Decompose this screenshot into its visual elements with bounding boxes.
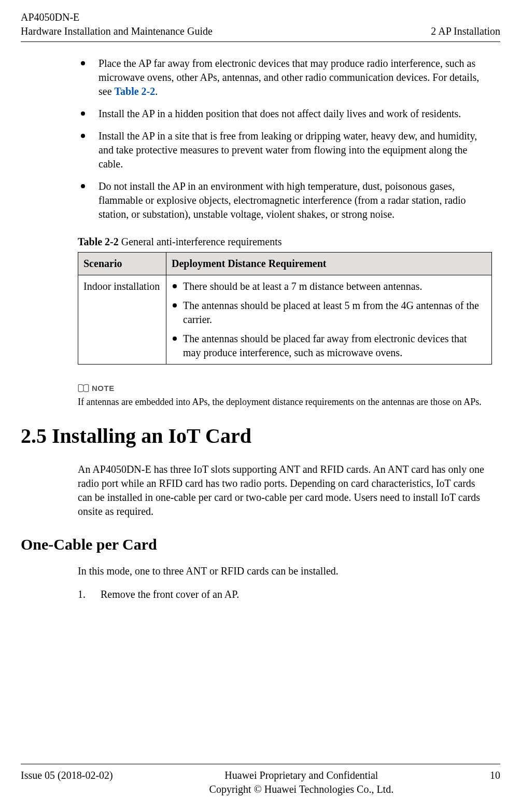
subheading-one-cable: One-Cable per Card <box>21 534 492 555</box>
step-item: Remove the front cover of an AP. <box>78 587 492 601</box>
chapter-label: 2 AP Installation <box>431 24 500 38</box>
product-name: AP4050DN-E <box>21 10 213 24</box>
bullet-text: Install the AP in a hidden position that… <box>98 108 461 119</box>
table-reference-link[interactable]: Table 2-2 <box>115 86 156 97</box>
anti-interference-table: Scenario Deployment Distance Requirement… <box>78 252 492 365</box>
section-heading-2-5: 2.5 Installing an IoT Card <box>21 422 492 450</box>
footer-page-number: 10 <box>490 768 500 782</box>
table-caption: Table 2-2 General anti-interference requ… <box>78 235 492 249</box>
list-item: Place the AP far away from electronic de… <box>78 57 492 99</box>
sub-intro: In this mode, one to three ANT or RFID c… <box>78 564 492 578</box>
page: AP4050DN-E Hardware Installation and Mai… <box>0 0 521 812</box>
footer-issue: Issue 05 (2018-02-02) <box>21 768 113 782</box>
footer-copyright: Copyright © Huawei Technologies Co., Ltd… <box>209 782 394 796</box>
header-left: AP4050DN-E Hardware Installation and Mai… <box>21 10 213 38</box>
table-header-row: Scenario Deployment Distance Requirement <box>78 253 492 275</box>
note-header: NOTE <box>78 383 492 394</box>
bullet-text-post: . <box>155 86 158 97</box>
page-header: AP4050DN-E Hardware Installation and Mai… <box>21 10 500 42</box>
list-item: Install the AP in a hidden position that… <box>78 107 492 121</box>
header-right: 2 AP Installation <box>431 24 500 38</box>
table-cell-scenario: Indoor installation <box>78 275 166 365</box>
table-caption-id: Table 2-2 <box>78 236 119 247</box>
bullet-text: Do not install the AP in an environment … <box>98 180 466 220</box>
section-intro: An AP4050DN-E has three IoT slots suppor… <box>78 463 492 519</box>
note-book-icon <box>78 384 89 393</box>
requirement-sublist: There should be at least a 7 m distance … <box>172 279 486 360</box>
note-text: If antennas are embedded into APs, the d… <box>78 396 492 408</box>
table-caption-text: General anti-interference requirements <box>119 236 282 247</box>
bullet-text: Install the AP in a site that is free fr… <box>98 130 477 170</box>
table-cell-requirement: There should be at least a 7 m distance … <box>166 275 492 365</box>
table-row: Indoor installation There should be at l… <box>78 275 492 365</box>
body: Place the AP far away from electronic de… <box>21 57 500 601</box>
list-item: There should be at least a 7 m distance … <box>172 279 486 293</box>
footer-propietary: Huawei Proprietary and Confidential <box>209 768 394 782</box>
list-item: The antennas should be placed far away f… <box>172 332 486 360</box>
note-label: NOTE <box>92 383 115 394</box>
footer-center: Huawei Proprietary and Confidential Copy… <box>209 768 394 796</box>
doc-title: Hardware Installation and Maintenance Gu… <box>21 24 213 38</box>
page-footer: Issue 05 (2018-02-02) Huawei Proprietary… <box>21 764 500 796</box>
table-header-scenario: Scenario <box>78 253 166 275</box>
list-item: The antennas should be placed at least 5… <box>172 299 486 327</box>
requirements-list: Place the AP far away from electronic de… <box>78 57 492 221</box>
steps-list: Remove the front cover of an AP. <box>78 587 492 601</box>
list-item: Do not install the AP in an environment … <box>78 179 492 221</box>
note-block: NOTE If antennas are embedded into APs, … <box>78 383 492 409</box>
list-item: Install the AP in a site that is free fr… <box>78 129 492 171</box>
table-header-requirement: Deployment Distance Requirement <box>166 253 492 275</box>
